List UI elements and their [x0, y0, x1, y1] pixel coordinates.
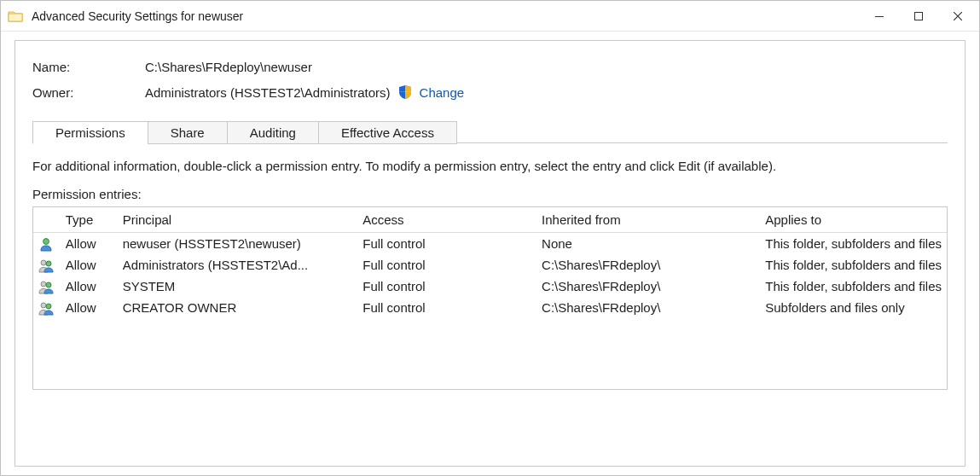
name-row: Name: C:\Shares\FRdeploy\newuser [32, 60, 948, 74]
cell-applies: This folder, subfolders and files [760, 254, 947, 276]
name-label: Name: [32, 60, 145, 74]
cell-inherited: C:\Shares\FRdeploy\ [536, 254, 760, 276]
tabs: Permissions Share Auditing Effective Acc… [32, 120, 948, 143]
window-controls [860, 1, 977, 31]
cell-applies: Subfolders and files only [760, 297, 947, 318]
table-header-row: Type Principal Access Inherited from App… [33, 207, 947, 233]
titlebar[interactable]: Advanced Security Settings for newuser [1, 1, 979, 32]
security-window: Advanced Security Settings for newuser N… [0, 0, 980, 476]
cell-inherited: None [536, 233, 760, 255]
minimize-icon [875, 12, 884, 20]
minimize-button[interactable] [860, 1, 899, 31]
cell-type: Allow [61, 254, 118, 276]
content-pane: Name: C:\Shares\FRdeploy\newuser Owner: … [14, 40, 966, 467]
table-row[interactable]: Allownewuser (HSSTEST2\newuser)Full cont… [33, 233, 947, 255]
col-type[interactable]: Type [61, 207, 118, 233]
table-row[interactable]: AllowSYSTEMFull controlC:\Shares\FRdeplo… [33, 276, 947, 297]
shield-icon [397, 84, 413, 100]
change-owner-link[interactable]: Change [420, 85, 465, 100]
cell-principal: CREATOR OWNER [118, 297, 358, 318]
close-icon [954, 12, 962, 20]
folder-icon [8, 9, 23, 22]
cell-type: Allow [61, 276, 118, 297]
col-principal[interactable]: Principal [118, 207, 358, 233]
owner-row: Owner: Administrators (HSSTEST2\Administ… [32, 84, 948, 100]
permission-entries-label: Permission entries: [32, 187, 948, 201]
cell-access: Full control [357, 297, 536, 318]
col-icon[interactable] [33, 207, 61, 233]
tab-label: Share [171, 125, 205, 140]
group-icon [33, 297, 61, 318]
client-area: Name: C:\Shares\FRdeploy\newuser Owner: … [1, 32, 979, 475]
cell-inherited: C:\Shares\FRdeploy\ [536, 276, 760, 297]
owner-value: Administrators (HSSTEST2\Administrators) [145, 85, 391, 100]
cell-principal: SYSTEM [118, 276, 358, 297]
cell-principal: newuser (HSSTEST2\newuser) [118, 233, 358, 255]
tab-effective-access[interactable]: Effective Access [318, 121, 457, 144]
user-icon [33, 233, 61, 255]
tab-auditing[interactable]: Auditing [227, 121, 319, 144]
col-applies[interactable]: Applies to [760, 207, 947, 233]
window-title: Advanced Security Settings for newuser [32, 9, 860, 23]
cell-applies: This folder, subfolders and files [760, 233, 947, 255]
tab-label: Effective Access [341, 125, 434, 140]
table-row[interactable]: AllowAdministrators (HSSTEST2\Ad...Full … [33, 254, 947, 276]
permission-entries-grid[interactable]: Type Principal Access Inherited from App… [32, 206, 948, 390]
maximize-icon [914, 12, 923, 20]
close-button[interactable] [938, 1, 977, 31]
maximize-button[interactable] [899, 1, 938, 31]
cell-inherited: C:\Shares\FRdeploy\ [536, 297, 760, 318]
cell-principal: Administrators (HSSTEST2\Ad... [118, 254, 358, 276]
name-value: C:\Shares\FRdeploy\newuser [145, 60, 312, 74]
group-icon [33, 276, 61, 297]
table-row[interactable]: AllowCREATOR OWNERFull controlC:\Shares\… [33, 297, 947, 318]
cell-access: Full control [357, 233, 536, 255]
tab-permissions[interactable]: Permissions [32, 121, 148, 144]
tab-label: Auditing [250, 125, 296, 140]
cell-type: Allow [61, 233, 118, 255]
col-access[interactable]: Access [357, 207, 536, 233]
cell-access: Full control [357, 276, 536, 297]
cell-type: Allow [61, 297, 118, 318]
cell-applies: This folder, subfolders and files [760, 276, 947, 297]
col-inherited[interactable]: Inherited from [536, 207, 760, 233]
hint-text: For additional information, double-click… [32, 159, 948, 173]
tab-share[interactable]: Share [148, 121, 228, 144]
owner-label: Owner: [32, 85, 145, 100]
group-icon [33, 254, 61, 276]
tab-label: Permissions [55, 125, 125, 140]
cell-access: Full control [357, 254, 536, 276]
